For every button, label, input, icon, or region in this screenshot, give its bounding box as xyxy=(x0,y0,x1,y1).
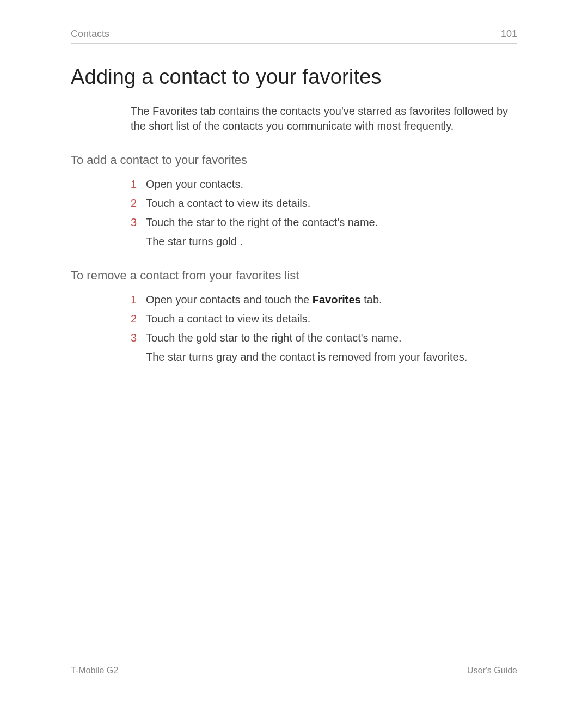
header-page-number: 101 xyxy=(501,28,517,40)
list-item: 1 Open your contacts. xyxy=(131,177,517,192)
step-text-tail: tab. xyxy=(361,294,382,306)
page-footer: T-Mobile G2 User's Guide xyxy=(71,666,517,675)
list-item: 2 Touch a contact to view its details. xyxy=(131,312,517,326)
step-number: 1 xyxy=(131,294,146,306)
footer-doc-title: User's Guide xyxy=(467,666,517,675)
step-subtext: The star turns gold . xyxy=(146,234,517,249)
list-item: 2 Touch a contact to view its details. xyxy=(131,196,517,211)
step-text: Touch a contact to view its details. xyxy=(146,196,310,211)
step-subtext: The star turns gray and the contact is r… xyxy=(146,350,517,364)
list-item: 3 Touch the gold star to the right of th… xyxy=(131,331,517,345)
section-heading-add: To add a contact to your favorites xyxy=(71,153,517,167)
step-number: 1 xyxy=(131,178,146,191)
step-text: Open your contacts. xyxy=(146,177,243,192)
steps-remove-favorite: 1 Open your contacts and touch the Favor… xyxy=(131,293,517,364)
page-title: Adding a contact to your favorites xyxy=(71,65,517,89)
list-item: 3 Touch the star to the right of the con… xyxy=(131,215,517,230)
step-text: Touch the gold star to the right of the … xyxy=(146,331,402,345)
section-heading-remove: To remove a contact from your favorites … xyxy=(71,269,517,283)
step-text: Touch a contact to view its details. xyxy=(146,312,310,326)
footer-product-name: T-Mobile G2 xyxy=(71,666,118,675)
step-number: 3 xyxy=(131,216,146,229)
favorites-bold-label: Favorites xyxy=(313,294,361,306)
step-number: 3 xyxy=(131,332,146,344)
list-item: 1 Open your contacts and touch the Favor… xyxy=(131,293,517,307)
step-text-lead: Open your contacts and touch the xyxy=(146,294,313,306)
step-number: 2 xyxy=(131,313,146,325)
step-number: 2 xyxy=(131,197,146,210)
step-text: Open your contacts and touch the Favorit… xyxy=(146,293,382,307)
header-section-name: Contacts xyxy=(71,28,109,40)
steps-add-favorite: 1 Open your contacts. 2 Touch a contact … xyxy=(131,177,517,249)
page-header: Contacts 101 xyxy=(71,28,517,44)
step-text: Touch the star to the right of the conta… xyxy=(146,215,378,230)
intro-paragraph: The Favorites tab contains the contacts … xyxy=(131,104,512,133)
